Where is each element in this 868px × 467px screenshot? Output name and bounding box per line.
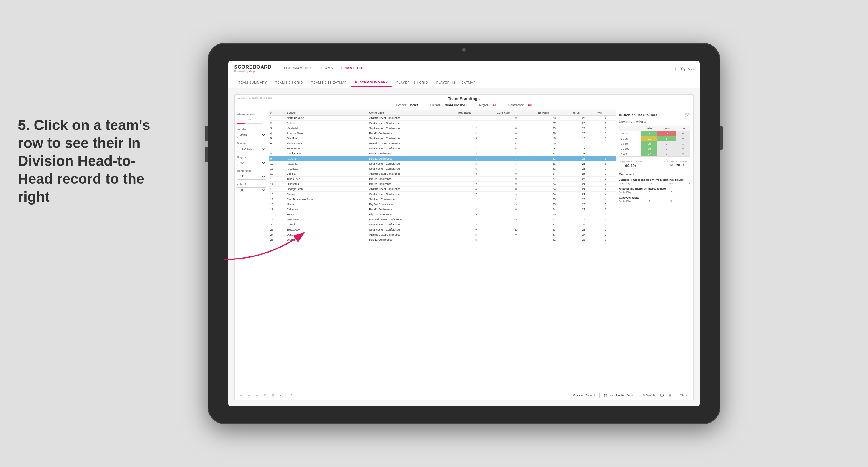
cell-conf: Southeastern Conference [368, 166, 457, 172]
table-row[interactable]: 19 California Pac-12 Conference 4 8 24 2… [269, 207, 616, 212]
table-row[interactable]: 18 Illinois Big Ten Conference 1 9 23 23… [269, 202, 616, 207]
cell-win: 3 [596, 161, 615, 166]
tablet-screen: SCOREBOARD Powered by clippd TOURNAMENTS… [228, 61, 700, 406]
table-row[interactable]: 6 Florida State Atlantic Coast Conferenc… [269, 141, 616, 146]
h2h-tbody: Top 10 3 13 0 11-25 11 8 0 26-50 25 2 1 … [619, 131, 690, 157]
filter-region-select[interactable]: N/A [237, 160, 266, 166]
nav-item-teams[interactable]: TEAMS [320, 65, 333, 72]
cell-rr: 4 [457, 146, 495, 151]
table-row[interactable]: 9 Arizona Pac-12 Conference 5 8 23 23 3 [269, 156, 616, 161]
cell-conf: Big 12 Conference [368, 182, 457, 187]
table-row[interactable]: 4 Arizona State Pac-12 Conference 4 6 26… [269, 131, 616, 136]
toolbar-save-custom[interactable]: 💾 Save Custom View [602, 393, 635, 398]
filter-region-label: Region [237, 156, 266, 159]
table-row[interactable]: 14 Oklahoma Big 12 Conference 2 9 24 24 … [269, 182, 616, 187]
th-win: Win [596, 110, 615, 116]
toolbar-watch[interactable]: 👁 Watch [641, 393, 656, 398]
table-row[interactable]: 24 Duke Atlantic Coast Conference 5 9 27… [269, 232, 616, 238]
table-row[interactable]: 3 Vanderbilt Southeastern Conference 2 8… [269, 126, 616, 131]
toolbar-undo[interactable]: ↩ [238, 393, 244, 398]
table-row[interactable]: 11 Arkansas Southeastern Conference 6 8 … [269, 166, 616, 172]
cell-rnds: 21 [571, 222, 596, 227]
table-row[interactable]: 23 Texas A&M Southeastern Conference 9 1… [269, 227, 616, 232]
cell-win: 2 [596, 177, 615, 182]
toolbar-forward[interactable]: → [254, 393, 260, 398]
toolbar-view-original[interactable]: 👁 View: Original [571, 393, 597, 398]
toolbar-grid[interactable]: ⊞ [668, 393, 673, 398]
sign-out-button[interactable]: Sign out [675, 66, 693, 71]
h2h-cell-win: 27 [641, 152, 657, 157]
toolbar-back[interactable]: ← [246, 393, 252, 398]
sub-nav-team-summary[interactable]: TEAM SUMMARY [235, 79, 271, 87]
cell-rnds: 24 [571, 207, 596, 212]
cell-win: 4 [596, 116, 615, 121]
table-row[interactable]: 16 Florida Southeastern Conference 7 9 2… [269, 192, 616, 197]
toolbar-timer[interactable]: ⏱ [288, 393, 294, 398]
sub-nav-team-h2h-grid[interactable]: TEAM H2H GRID [271, 79, 307, 87]
toolbar-paste[interactable]: ⊞ [270, 393, 276, 398]
nav-item-committee[interactable]: COMMITTEE [341, 65, 364, 72]
toolbar-share[interactable]: ↗ Share [675, 393, 690, 398]
h2h-close-button[interactable]: × [685, 113, 690, 118]
cell-school: Georgia [285, 222, 368, 227]
cell-rnds: 27 [571, 217, 596, 222]
cell-school: Arkansas [285, 166, 368, 172]
toolbar-more[interactable]: ▾ [278, 393, 282, 398]
filter-division-select[interactable]: NCAA Division I NCAA Division II NCAA Di… [237, 146, 266, 152]
sub-nav-player-summary[interactable]: PLAYER SUMMARY [351, 78, 392, 87]
h2h-cell-win: 20 [641, 147, 657, 152]
sidebar-filters: Minimum Rou... 20 Gender Men's [235, 110, 269, 390]
filter-gender: Gender Men's Women's [237, 128, 266, 138]
table-row[interactable]: 15 Georgia Tech Atlantic Coast Conferenc… [269, 187, 616, 192]
table-row[interactable]: 17 East Tennessee State Southern Confere… [269, 197, 616, 202]
table-row[interactable]: 22 Georgia Southeastern Conference 8 7 2… [269, 222, 616, 227]
panel-header-row: Gender: Men's Division: NCAA Division I … [241, 102, 687, 108]
cell-conf: Southern Conference [368, 197, 457, 202]
cell-rnds: 23 [571, 116, 596, 121]
filter-min-rounds-input[interactable] [237, 117, 247, 122]
toolbar-right: 👁 View: Original | 💾 Save Custom View | … [571, 393, 690, 398]
tournament-event-type: Match Play [619, 182, 631, 185]
cell-conf: Southeastern Conference [368, 126, 457, 131]
table-row[interactable]: 10 Alabama Southeastern Conference 5 8 2… [269, 161, 616, 166]
cell-rr: 4 [457, 187, 495, 192]
cell-rnds: 24 [571, 172, 596, 177]
cell-school: Illinois [285, 202, 368, 207]
filter-conference-select[interactable]: (All) [237, 174, 266, 180]
table-row[interactable]: 5 Ole Miss Southeastern Conference 3 6 1… [269, 136, 616, 141]
table-row[interactable]: 21 New Mexico Mountain West Conference 1… [269, 217, 616, 222]
filter-gender-select[interactable]: Men's Women's [237, 132, 266, 138]
cell-rr: 8 [457, 222, 495, 227]
sub-nav-team-h2h-heatmap[interactable]: TEAM H2H HEATMAP [307, 79, 351, 87]
cell-rr: 9 [457, 227, 495, 232]
table-row[interactable]: 2 Auburn Southeastern Conference 1 - 27 … [269, 121, 616, 126]
table-row[interactable]: 25 Oregon Pac-12 Conference 5 7 21 21 0 [269, 238, 616, 243]
nav-item-tournaments[interactable]: TOURNAMENTS [284, 65, 313, 72]
table-row[interactable]: 20 Texas Big 12 Conference 3 7 20 20 7 [269, 212, 616, 217]
cell-rnds: 18 [571, 146, 596, 151]
table-row[interactable]: 7 Tennessee Southeastern Conference 4 6 … [269, 146, 616, 151]
cell-nr: 26 [537, 131, 571, 136]
cell-win: 4 [596, 192, 615, 197]
outer-container: 5. Click on a team's row to see their In… [0, 0, 868, 467]
th-conference: Conference [368, 110, 457, 116]
h2h-title: In Division Head-to-Head [619, 113, 658, 117]
table-row[interactable]: 13 Texas Tech Big 12 Conference 1 9 27 2… [269, 177, 616, 182]
filter-conference-label: Conference [237, 169, 266, 173]
filter-school-select[interactable]: (All) [237, 187, 266, 193]
min-rounds-slider[interactable] [237, 123, 262, 124]
table-row[interactable]: 12 Virginia Atlantic Coast Conference 3 … [269, 172, 616, 177]
table-row[interactable]: 1 North Carolina Atlantic Coast Conferen… [269, 116, 616, 121]
cell-rr: 7 [457, 192, 495, 197]
sub-nav-player-h2h-heatmap[interactable]: PLAYER H2H HEATMAP [432, 79, 480, 87]
table-row[interactable]: 8 Washington Pac-12 Conference 2 8 23 23… [269, 151, 616, 156]
cell-nr: 27 [537, 121, 571, 126]
tournament-item: Arizona Thunderbirds Intercollegiate Str… [619, 186, 690, 195]
sub-nav-player-h2h-grid[interactable]: PLAYER H2H GRID [392, 79, 432, 87]
cell-conf: Pac-12 Conference [368, 131, 457, 136]
cell-rnds: 18 [571, 141, 596, 146]
toolbar-comment[interactable]: 💬 [659, 393, 665, 398]
cell-num: 15 [269, 187, 285, 192]
toolbar-copy[interactable]: ⧉ [263, 393, 268, 398]
tournament-item: Jackson T. Stephens Cup Men's Match-Play… [619, 177, 690, 186]
